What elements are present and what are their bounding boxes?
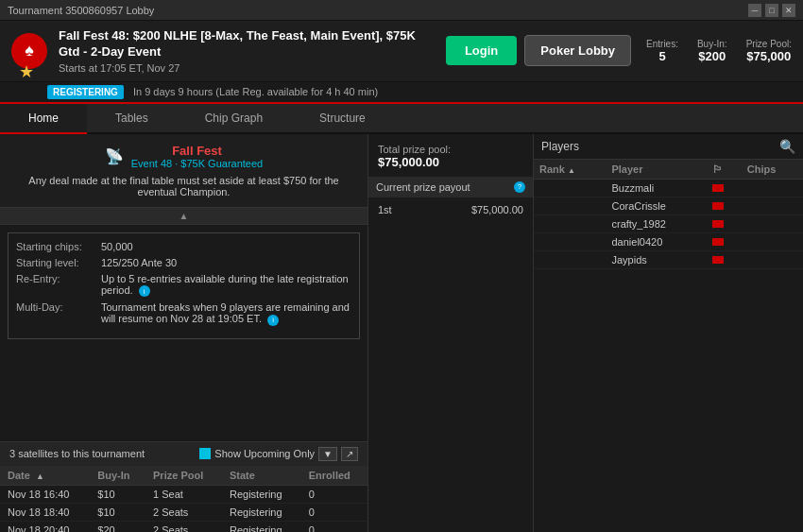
player-flag	[707, 197, 742, 215]
prize-total-label: Total prize pool:	[378, 144, 523, 155]
event-title: Fall Fest	[131, 144, 263, 158]
player-chips	[742, 197, 803, 215]
col-buyin[interactable]: Buy-In	[90, 466, 145, 486]
header: ♠ ★ Fall Fest 48: $200 NLHE [8-Max, The …	[0, 21, 803, 82]
player-row[interactable]: Jaypids	[534, 250, 803, 268]
entries-value: 5	[646, 49, 678, 63]
satellites-section: 3 satellites to this tournament Show Upc…	[0, 441, 367, 532]
collapse-button[interactable]: ▲	[0, 208, 367, 225]
payout-row: 1st $75,000.00	[378, 201, 523, 218]
event-subtitle: Event 48 · $75K Guaranteed	[131, 158, 263, 169]
players-title: Players	[541, 140, 579, 153]
entries-label: Entries:	[646, 39, 678, 49]
middle-panel: Total prize pool: $75,000.00 Current pri…	[368, 134, 534, 532]
col-enrolled[interactable]: Enrolled	[301, 466, 367, 486]
player-chips	[742, 215, 803, 232]
players-header: Players 🔍	[534, 134, 803, 160]
poker-lobby-button[interactable]: Poker Lobby	[524, 35, 631, 66]
minimize-button[interactable]: ─	[748, 4, 761, 17]
player-flag	[707, 232, 742, 250]
satellite-row[interactable]: Nov 18 18:40 $10 2 Seats Registering 0	[0, 503, 367, 521]
detail-row-reentry: Re-Entry: Up to 5 re-entries available d…	[16, 273, 351, 298]
payouts-container: 1st $75,000.00	[378, 201, 523, 218]
payout-rank: 1st	[378, 204, 392, 215]
reentry-info-icon[interactable]: i	[139, 285, 150, 297]
tournament-info: Fall Fest 48: $200 NLHE [8-Max, The Feas…	[59, 28, 435, 74]
sat-buyin: $10	[90, 503, 145, 521]
player-flag	[707, 250, 742, 268]
right-panel: Players 🔍 Rank ▲ Player 🏳 Chips Buzzmali…	[534, 134, 803, 532]
col-flag: 🏳	[707, 160, 742, 180]
tab-chip-graph[interactable]: Chip Graph	[177, 104, 291, 134]
sat-state: Registering	[222, 485, 301, 503]
player-row[interactable]: crafty_1982	[534, 215, 803, 232]
satellite-row[interactable]: Nov 18 20:40 $20 2 Seats Registering 0	[0, 521, 367, 532]
detail-row-multiday: Multi-Day: Tournament breaks when 9 play…	[16, 301, 351, 326]
maximize-button[interactable]: □	[765, 4, 778, 17]
search-players-button[interactable]: 🔍	[779, 139, 795, 154]
player-row[interactable]: CoraCrissle	[534, 197, 803, 215]
player-name: Buzzmali	[606, 179, 707, 197]
main-content: 📡 Fall Fest Event 48 · $75K Guaranteed A…	[0, 134, 803, 532]
left-panel: 📡 Fall Fest Event 48 · $75K Guaranteed A…	[0, 134, 368, 532]
sat-prizepool: 2 Seats	[145, 521, 222, 532]
prizepool-value: $75,000	[746, 49, 792, 63]
player-row[interactable]: daniel0420	[534, 232, 803, 250]
favorite-star[interactable]: ★	[19, 61, 34, 82]
player-name: crafty_1982	[606, 215, 707, 232]
level-value: 125/250 Ante 30	[101, 257, 351, 268]
expand-out-button[interactable]: ↗	[341, 447, 358, 461]
player-name: daniel0420	[606, 232, 707, 250]
sat-buyin: $20	[90, 521, 145, 532]
show-upcoming-checkbox[interactable]	[199, 448, 211, 459]
player-chips	[742, 250, 803, 268]
status-badge: REGISTERING	[47, 85, 124, 99]
sat-state: Registering	[222, 503, 301, 521]
event-info: 📡 Fall Fest Event 48 · $75K Guaranteed A…	[0, 134, 367, 208]
sat-enrolled: 0	[301, 521, 367, 532]
reentry-value: Up to 5 re-entries available during the …	[101, 273, 351, 298]
prizepool-label: Prize Pool:	[746, 39, 792, 49]
sat-enrolled: 0	[301, 503, 367, 521]
status-text: In 9 days 9 hours (Late Reg. available f…	[133, 86, 378, 97]
sat-date: Nov 18 20:40	[0, 521, 90, 532]
col-rank[interactable]: Rank ▲	[534, 160, 606, 180]
players-table: Rank ▲ Player 🏳 Chips Buzzmali CoraCriss…	[534, 160, 803, 269]
show-upcoming-label: Show Upcoming Only	[214, 448, 315, 459]
wifi-icon: 📡	[105, 147, 124, 165]
col-date[interactable]: Date ▲	[0, 466, 90, 486]
multiday-info-icon[interactable]: i	[267, 315, 279, 326]
player-flag	[707, 179, 742, 197]
player-row[interactable]: Buzzmali	[534, 179, 803, 197]
col-player[interactable]: Player	[606, 160, 707, 180]
event-desc: Any deal made at the final table must se…	[9, 175, 358, 197]
col-prizepool[interactable]: Prize Pool	[145, 466, 222, 486]
col-state[interactable]: State	[222, 466, 301, 486]
sat-prizepool: 2 Seats	[145, 503, 222, 521]
detail-row-level: Starting level: 125/250 Ante 30	[16, 257, 351, 268]
tab-home[interactable]: Home	[0, 104, 87, 134]
satellite-row[interactable]: Nov 18 16:40 $10 1 Seat Registering 0	[0, 485, 367, 503]
close-button[interactable]: ✕	[782, 4, 795, 17]
player-name: Jaypids	[606, 250, 707, 268]
sat-state: Registering	[222, 521, 301, 532]
prize-payout-header: Current prize payout ?	[368, 177, 533, 197]
show-upcoming-area: Show Upcoming Only ▼ ↗	[199, 447, 358, 461]
tab-tables[interactable]: Tables	[87, 104, 177, 134]
sat-buyin: $10	[90, 485, 145, 503]
detail-row-chips: Starting chips: 50,000	[16, 241, 351, 252]
expand-down-button[interactable]: ▼	[318, 447, 337, 461]
col-chips[interactable]: Chips	[742, 160, 803, 180]
title-bar-text: Tournament 3500860957 Lobby	[8, 5, 154, 16]
payout-amount: $75,000.00	[471, 204, 523, 215]
payout-info-icon[interactable]: ?	[514, 181, 525, 193]
player-rank	[534, 232, 606, 250]
satellites-count-text: 3 satellites to this tournament	[9, 448, 145, 459]
tournament-starts: Starts at 17:05 ET, Nov 27	[59, 62, 435, 74]
tab-structure[interactable]: Structure	[291, 104, 394, 134]
sat-enrolled: 0	[301, 485, 367, 503]
login-button[interactable]: Login	[446, 36, 517, 65]
sat-prizepool: 1 Seat	[145, 485, 222, 503]
chips-value: 50,000	[101, 241, 351, 252]
prize-total-value: $75,000.00	[378, 155, 523, 169]
